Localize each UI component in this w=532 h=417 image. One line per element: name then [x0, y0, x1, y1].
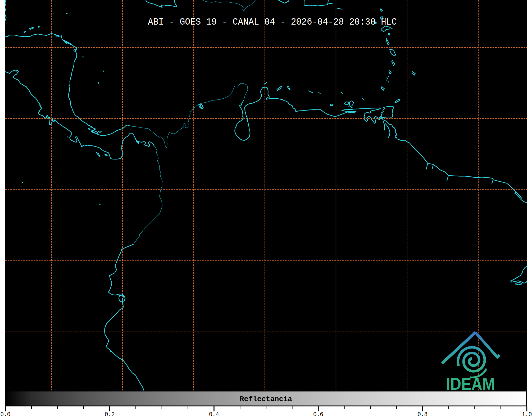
svg-text:Reflectancia: Reflectancia [240, 395, 292, 403]
svg-text:0.4: 0.4 [209, 411, 219, 417]
svg-text:0.0: 0.0 [1, 411, 11, 417]
svg-text:1.0: 1.0 [522, 411, 532, 417]
svg-text:0.8: 0.8 [417, 411, 428, 417]
svg-text:0.6: 0.6 [313, 411, 323, 417]
svg-text:ABI - GOES 19 - CANAL 04 - 202: ABI - GOES 19 - CANAL 04 - 2026-04-28 20… [148, 16, 397, 28]
svg-text:0.2: 0.2 [105, 411, 115, 417]
